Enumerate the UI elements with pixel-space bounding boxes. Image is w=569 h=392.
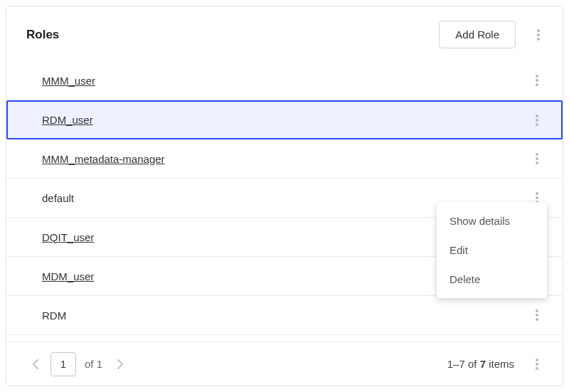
svg-point-25	[536, 363, 538, 366]
row-menu-icon[interactable]	[527, 149, 547, 169]
page-number-input[interactable]	[50, 352, 76, 376]
svg-point-2	[537, 38, 540, 41]
svg-point-6	[536, 115, 538, 117]
role-row-selected[interactable]: RDM_user	[6, 100, 563, 139]
next-page-button[interactable]	[110, 354, 131, 375]
svg-point-9	[536, 153, 538, 156]
svg-point-10	[536, 157, 538, 160]
svg-point-3	[536, 75, 538, 78]
row-menu-icon[interactable]	[527, 305, 547, 325]
page-total-label: of 1	[85, 358, 102, 370]
svg-point-21	[536, 309, 538, 312]
pagination-menu-icon[interactable]	[527, 354, 547, 374]
svg-point-4	[536, 79, 538, 82]
svg-point-8	[536, 123, 538, 126]
role-name[interactable]: MMM_metadata-manager	[42, 153, 527, 165]
items-count: 1–7 of 7 items	[447, 358, 514, 370]
svg-point-0	[537, 29, 540, 32]
row-menu-icon[interactable]	[527, 70, 547, 90]
svg-point-7	[536, 119, 538, 122]
svg-point-23	[536, 318, 538, 321]
row-context-menu: Show details Edit Delete	[437, 202, 547, 298]
panel-header: Roles Add Role	[6, 6, 563, 57]
chevron-left-icon	[32, 359, 39, 369]
svg-point-13	[536, 196, 538, 199]
pagination-footer: of 1 1–7 of 7 items	[6, 341, 563, 386]
svg-point-5	[536, 83, 538, 86]
svg-point-11	[536, 161, 538, 164]
add-role-button[interactable]: Add Role	[439, 21, 516, 48]
role-row[interactable]: MMM_user	[6, 61, 563, 100]
svg-point-26	[536, 367, 538, 370]
svg-point-1	[537, 33, 540, 36]
menu-show-details[interactable]: Show details	[437, 206, 547, 235]
svg-point-12	[536, 192, 538, 195]
row-menu-icon[interactable]	[527, 110, 547, 130]
panel-title: Roles	[26, 28, 439, 42]
role-name[interactable]: MMM_user	[42, 75, 527, 87]
role-name[interactable]: RDM_user	[42, 114, 527, 126]
svg-point-24	[536, 359, 538, 361]
role-row[interactable]: MMM_metadata-manager	[6, 139, 563, 179]
menu-delete[interactable]: Delete	[437, 265, 547, 294]
chevron-right-icon	[117, 359, 124, 369]
prev-page-button[interactable]	[25, 354, 46, 375]
svg-point-22	[536, 314, 538, 317]
panel-menu-icon[interactable]	[528, 25, 548, 45]
menu-edit[interactable]: Edit	[437, 235, 547, 265]
role-row[interactable]: RDM	[6, 296, 563, 335]
role-name[interactable]: RDM	[42, 309, 527, 322]
roles-panel: Roles Add Role MMM_user RDM_user MMM_met…	[6, 6, 563, 386]
roles-table: MMM_user RDM_user MMM_metadata-manager d…	[6, 57, 563, 341]
